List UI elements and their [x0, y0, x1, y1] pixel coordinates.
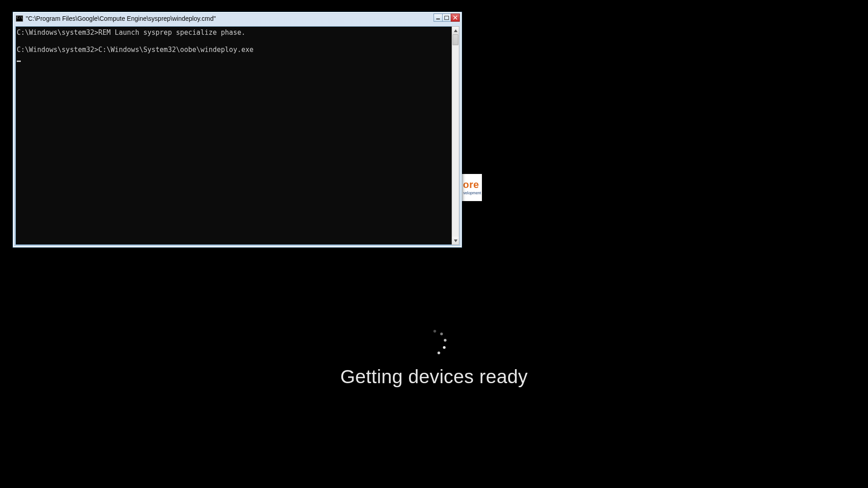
command-prompt-window[interactable]: C:\ "C:\Program Files\Google\Compute Eng…: [13, 12, 462, 248]
scrollbar-track[interactable]: [452, 34, 459, 237]
title-bar[interactable]: C:\ "C:\Program Files\Google\Compute Eng…: [13, 12, 462, 25]
scroll-up-button[interactable]: [452, 27, 459, 34]
scrollbar-thumb[interactable]: [453, 34, 458, 45]
scroll-down-button[interactable]: [452, 237, 459, 244]
logo-fragment-large: ore: [463, 180, 479, 190]
oobe-loading: Getting devices ready: [340, 330, 528, 388]
vertical-scrollbar[interactable]: [452, 26, 459, 245]
maximize-button[interactable]: [442, 14, 451, 22]
loading-spinner-icon: [421, 330, 447, 355]
chevron-up-icon: [454, 29, 458, 32]
terminal-cursor: [17, 61, 21, 62]
cmd-icon: C:\: [16, 15, 23, 22]
window-title: "C:\Program Files\Google\Compute Engine\…: [26, 15, 434, 22]
window-controls: [434, 14, 460, 23]
terminal-output[interactable]: C:\Windows\system32>REM Launch sysprep s…: [15, 26, 452, 245]
chevron-down-icon: [454, 239, 458, 242]
minimize-button[interactable]: [434, 14, 443, 22]
logo-fragment-small: velopment: [463, 191, 481, 195]
oobe-status-text: Getting devices ready: [340, 366, 528, 388]
terminal-line: C:\Windows\system32>REM Launch sysprep s…: [17, 28, 245, 37]
terminal-line: C:\Windows\system32>C:\Windows\System32\…: [17, 46, 254, 54]
window-client-area: C:\Windows\system32>REM Launch sysprep s…: [15, 26, 459, 245]
close-icon: [453, 15, 458, 20]
close-button[interactable]: [451, 14, 460, 22]
background-logo-tile: ore velopment: [462, 174, 482, 201]
